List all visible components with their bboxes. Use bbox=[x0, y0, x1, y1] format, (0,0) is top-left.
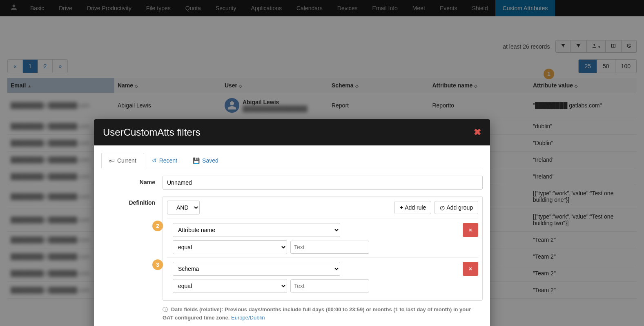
add-rule-button[interactable]: +Add rule bbox=[394, 201, 431, 214]
tab-recent[interactable]: ↺Recent bbox=[144, 153, 185, 168]
rule-field-select[interactable]: Attribute name bbox=[173, 223, 340, 237]
filter-rule: 2Attribute nameequal bbox=[167, 219, 478, 254]
filters-modal: UserCustomAtts filters ✖ 🏷Current ↺Recen… bbox=[94, 119, 490, 326]
tag-icon: 🏷 bbox=[109, 157, 115, 164]
timezone-link[interactable]: Europe/Dublin bbox=[231, 315, 265, 321]
rule-value-input[interactable] bbox=[290, 241, 369, 254]
date-fields-note: ⓘ Date fields (relative): Previous days/… bbox=[163, 306, 483, 322]
info-icon: ⓘ bbox=[163, 306, 168, 313]
delete-rule-button[interactable] bbox=[463, 262, 478, 276]
filter-name-input[interactable] bbox=[163, 176, 483, 190]
add-group-button[interactable]: ◴Add group bbox=[435, 201, 478, 214]
annotation-badge-2: 2 bbox=[152, 221, 163, 231]
delete-rule-button[interactable] bbox=[463, 223, 478, 237]
rule-operator-select[interactable]: equal bbox=[173, 279, 287, 293]
rule-group: AND OR +Add rule ◴Add group 2Attribute n… bbox=[163, 196, 483, 301]
definition-label: Definition bbox=[101, 196, 163, 206]
condition-select[interactable]: AND OR bbox=[167, 201, 200, 214]
history-icon: ↺ bbox=[152, 157, 157, 164]
modal-title: UserCustomAtts filters bbox=[103, 127, 201, 138]
filter-rule: 3Schemaequal bbox=[167, 257, 478, 293]
save-icon: 💾 bbox=[193, 157, 200, 164]
name-label: Name bbox=[101, 176, 163, 185]
tab-saved[interactable]: 💾Saved bbox=[185, 153, 226, 168]
rule-operator-select[interactable]: equal bbox=[173, 240, 287, 254]
close-icon[interactable]: ✖ bbox=[474, 127, 481, 138]
group-icon: ◴ bbox=[440, 204, 445, 211]
rule-field-select[interactable]: Schema bbox=[173, 262, 340, 276]
tab-current[interactable]: 🏷Current bbox=[101, 153, 144, 168]
annotation-badge-3: 3 bbox=[152, 259, 163, 270]
rule-value-input[interactable] bbox=[290, 279, 369, 293]
